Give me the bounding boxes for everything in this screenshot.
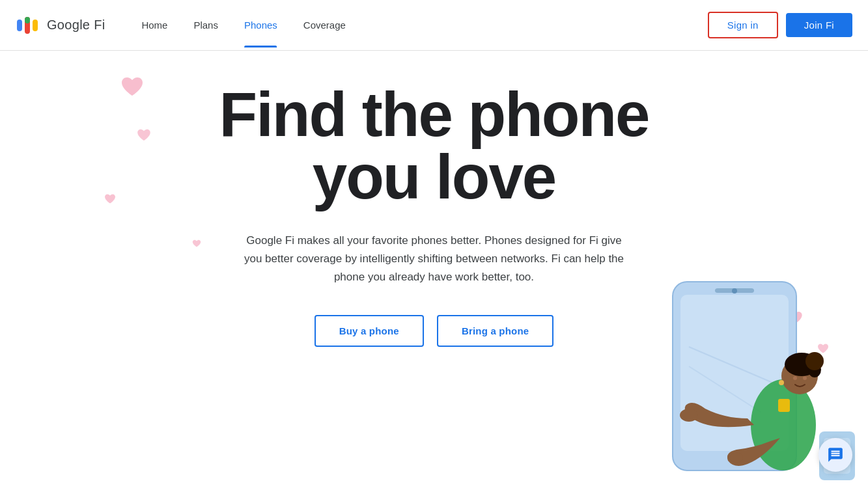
nav-link-phones[interactable]: Phones [234,14,288,36]
nav-links: Home Plans Phones Coverage [131,14,707,36]
hero-buttons: Buy a phone Bring a phone [219,315,649,347]
svg-point-20 [730,452,743,463]
nav-link-plans[interactable]: Plans [183,14,229,36]
svg-point-17 [805,352,824,370]
hero-section: Find the phone you love Google Fi makes … [0,51,868,490]
svg-point-16 [779,380,784,385]
svg-point-19 [680,409,698,422]
hero-title-line1: Find the phone [219,79,649,149]
nav-link-home[interactable]: Home [131,14,178,36]
svg-point-14 [793,376,797,380]
svg-rect-0 [17,20,22,31]
svg-rect-18 [778,399,790,412]
hero-subtitle: Google Fi makes all your favorite phones… [238,232,629,286]
buy-phone-button[interactable]: Buy a phone [315,315,424,347]
chat-bubble-button[interactable] [819,438,852,472]
logo-text: Google Fi [47,18,105,33]
nav-actions: Sign in Join Fi [708,12,852,38]
google-fi-logo-icon [16,13,40,38]
hero-title: Find the phone you love [219,83,649,208]
hero-title-line2: you love [313,142,555,211]
svg-rect-3 [25,17,30,23]
heart-decoration-3 [104,194,116,206]
chat-icon [827,446,844,463]
svg-point-7 [732,288,737,293]
logo[interactable]: Google Fi [16,13,105,38]
svg-rect-2 [33,20,38,31]
navbar: Google Fi Home Plans Phones Coverage Sig… [0,0,868,51]
hero-content: Find the phone you love Google Fi makes … [193,51,675,373]
heart-decoration-2 [137,129,151,144]
heart-decoration-1 [120,77,144,102]
nav-link-coverage[interactable]: Coverage [293,14,356,36]
join-button[interactable]: Join Fi [786,13,852,37]
bring-phone-button[interactable]: Bring a phone [437,315,553,347]
signin-button[interactable]: Sign in [708,12,778,38]
svg-point-15 [803,376,807,380]
